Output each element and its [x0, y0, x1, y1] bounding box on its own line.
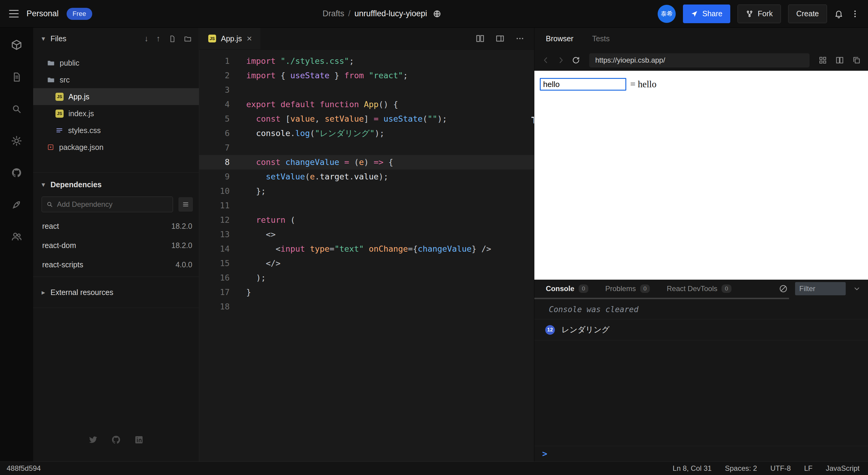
devtools-grid-icon[interactable] [818, 56, 827, 64]
split-browser-icon[interactable] [835, 56, 844, 64]
code-line[interactable]: 2import { useState } from "react"; [199, 68, 534, 83]
code-line[interactable]: 5 const [value, setValue] = useState("")… [199, 112, 534, 126]
chevron-down-icon[interactable]: ▾ [41, 181, 45, 189]
tab-appjs[interactable]: JS App.js × [200, 28, 260, 49]
console-cleared-message: Console was cleared [534, 300, 868, 319]
codesandbox-logo-icon[interactable] [11, 39, 22, 50]
linkedin-icon[interactable] [134, 435, 144, 445]
tab-browser[interactable]: Browser [546, 34, 574, 43]
file-row[interactable]: src [33, 71, 199, 88]
split-view-icon[interactable] [475, 34, 485, 43]
refresh-icon[interactable] [572, 56, 580, 64]
download-icon[interactable]: ↓ [144, 34, 149, 43]
file-row[interactable]: public [33, 55, 199, 71]
code-line[interactable]: 7 [199, 141, 534, 155]
code-line[interactable]: 6 console.log("レンダリング"); [199, 126, 534, 141]
js-file-icon: JS [56, 109, 64, 118]
create-button[interactable]: Create [788, 4, 827, 23]
console-tab-problems[interactable]: Problems0 [605, 284, 650, 293]
globe-icon[interactable] [433, 10, 441, 18]
line-number: 11 [199, 198, 230, 213]
external-resources-section[interactable]: ▸ External resources [33, 277, 199, 308]
dependency-row[interactable]: react-scripts4.0.0 [33, 255, 199, 274]
clear-console-icon[interactable] [779, 284, 788, 293]
console-filter-input[interactable] [795, 282, 846, 295]
code-line[interactable]: 3 [199, 83, 534, 97]
console-log-row[interactable]: 12レンダリング [534, 319, 868, 340]
code-text: } [230, 285, 251, 300]
code-line[interactable]: 16 ); [199, 271, 534, 285]
new-folder-icon[interactable] [184, 35, 192, 43]
cursor-position[interactable]: Ln 8, Col 31 [673, 464, 712, 473]
browser-navbar: https://yioepi.csb.app/ [534, 50, 868, 71]
upload-icon[interactable]: ↑ [156, 34, 161, 43]
forward-icon[interactable] [557, 56, 565, 64]
encoding[interactable]: UTF-8 [770, 464, 791, 473]
collaborators-icon[interactable] [11, 231, 22, 242]
duplicate-icon[interactable] [852, 56, 861, 64]
indentation[interactable]: Spaces: 2 [725, 464, 757, 473]
close-icon[interactable]: × [247, 34, 252, 43]
tab-tests[interactable]: Tests [592, 34, 610, 43]
code-line[interactable]: 17} [199, 285, 534, 300]
language-mode[interactable]: JavaScript [826, 464, 860, 473]
code-line[interactable]: 13 <> [199, 227, 534, 242]
chevron-down-icon[interactable] [853, 285, 861, 293]
code-line[interactable]: 11 [199, 198, 534, 213]
workspace-name[interactable]: Personal [27, 9, 59, 19]
search-icon[interactable] [11, 104, 22, 114]
github-icon[interactable] [11, 167, 22, 178]
back-icon[interactable] [541, 56, 550, 64]
file-row[interactable]: JSApp.js [33, 88, 199, 105]
file-row[interactable]: styles.css [33, 122, 199, 139]
deploy-rocket-icon[interactable] [11, 199, 22, 210]
fork-label: Fork [758, 9, 773, 18]
code-line[interactable]: 14 <input type="text" onChange={changeVa… [199, 242, 534, 256]
file-row[interactable]: package.json [33, 139, 199, 156]
console-scrollbar[interactable] [534, 298, 789, 299]
share-button[interactable]: Share [683, 4, 730, 23]
file-row[interactable]: JSindex.js [33, 105, 199, 122]
open-preview-icon[interactable] [495, 34, 504, 43]
dependency-menu-icon[interactable] [179, 197, 193, 212]
fork-button[interactable]: Fork [738, 4, 781, 23]
sandbox-title[interactable]: unruffled-lucy-yioepi [354, 9, 427, 19]
code-line[interactable]: 1import "./styles.css"; [199, 54, 534, 68]
console-prompt[interactable]: > [534, 446, 868, 462]
code-line[interactable]: 15 </> [199, 256, 534, 271]
code-text: import "./styles.css"; [230, 54, 354, 68]
settings-gear-icon[interactable] [11, 135, 22, 146]
code-line[interactable]: 12 return ( [199, 213, 534, 227]
code-line[interactable]: 8 const changeValue = (e) => { [199, 155, 534, 169]
add-dependency-search[interactable] [41, 197, 173, 212]
twitter-icon[interactable] [88, 435, 98, 445]
js-file-icon: JS [56, 93, 64, 101]
bell-icon[interactable] [834, 9, 843, 19]
avatar[interactable]: 泰希 [658, 5, 676, 23]
code-line[interactable]: 10 }; [199, 184, 534, 198]
preview-text-input[interactable] [540, 78, 626, 91]
console-tab-console[interactable]: Console0 [546, 284, 588, 293]
activity-rail [0, 28, 33, 462]
console-tab-react-devtools[interactable]: React DevTools0 [667, 284, 732, 293]
menu-icon[interactable] [9, 10, 19, 18]
code-line[interactable]: 9 setValue(e.target.value); [199, 169, 534, 184]
chevron-down-icon[interactable]: ▾ [41, 35, 45, 43]
more-icon[interactable] [516, 34, 524, 43]
code-line[interactable]: 4export default function App() { [199, 97, 534, 112]
github-icon[interactable] [111, 435, 121, 445]
new-file-icon[interactable] [168, 35, 176, 43]
code-area[interactable]: 1import "./styles.css";2import { useStat… [199, 50, 534, 314]
kebab-menu-icon[interactable] [850, 9, 860, 19]
url-bar[interactable]: https://yioepi.csb.app/ [589, 53, 809, 67]
file-name: index.js [68, 109, 94, 118]
breadcrumb-drafts[interactable]: Drafts [322, 9, 344, 19]
dependency-row[interactable]: react-dom18.2.0 [33, 236, 199, 255]
line-number: 18 [199, 300, 230, 314]
code-text: const changeValue = (e) => { [230, 155, 393, 169]
files-panel-icon[interactable] [11, 72, 22, 82]
add-dependency-input[interactable] [57, 200, 168, 209]
eol[interactable]: LF [804, 464, 812, 473]
dependency-row[interactable]: react18.2.0 [33, 216, 199, 236]
code-line[interactable]: 18 [199, 300, 534, 314]
